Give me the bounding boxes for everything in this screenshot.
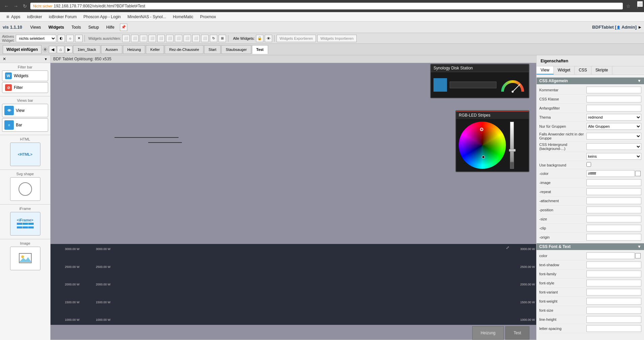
value-image[interactable] (586, 179, 641, 186)
tab-test[interactable]: Test (252, 45, 268, 54)
tab-keller[interactable]: Keller (146, 45, 164, 54)
css-allgemein-arrow[interactable]: ▼ (637, 79, 641, 83)
color-wheel-container[interactable] (456, 119, 529, 172)
test-nav-btn[interactable]: Test (505, 326, 529, 340)
value-color-bg[interactable] (586, 170, 641, 177)
input-font-color[interactable] (586, 252, 635, 259)
input-anfangsfilter[interactable] (586, 105, 641, 112)
select-css-hintergrund[interactable] (586, 143, 641, 150)
input-font-family[interactable] (586, 271, 641, 277)
menu-tools[interactable]: Tools (68, 24, 84, 31)
align-same-w[interactable]: ⬜ (192, 35, 200, 42)
input-font-style[interactable] (586, 280, 641, 286)
select-falls-anwender[interactable] (586, 133, 641, 140)
brightness-slider[interactable] (509, 122, 515, 169)
back-btn[interactable]: ← (3, 3, 10, 9)
select-keins[interactable]: keins (586, 153, 641, 160)
forward-btn[interactable]: → (12, 3, 20, 9)
input-font-variant[interactable] (586, 289, 641, 296)
star-icon[interactable]: ☆ (625, 3, 632, 9)
tb-btn-1[interactable]: ◐ (58, 35, 65, 42)
bookmark-proxmox[interactable]: Proxmox (197, 14, 219, 20)
value-font-style[interactable] (586, 280, 641, 286)
address-bar[interactable]: Nicht sicher 192.168.178.77:8082/vis/edi… (30, 3, 623, 9)
input-font-weight[interactable] (586, 298, 641, 305)
lock-btn[interactable]: 🔒 (256, 35, 263, 42)
value-font-color[interactable] (586, 252, 641, 259)
insert-widget-btn[interactable]: Widget einfügen (3, 45, 41, 54)
menu-views[interactable]: Views (27, 24, 44, 31)
brightness-thumb[interactable] (509, 149, 516, 152)
color-wheel-wrapper[interactable] (459, 122, 506, 169)
input-image[interactable] (586, 179, 641, 186)
bookmark-homematic[interactable]: HomeMatic (170, 14, 196, 20)
value-font-variant[interactable] (586, 289, 641, 296)
input-line-height[interactable] (586, 316, 641, 323)
view-view-btn[interactable]: 👁 View (2, 104, 48, 117)
tb-btn-3[interactable]: ✕ (75, 35, 83, 42)
color-selector-dot-2[interactable] (482, 155, 485, 159)
nav-next[interactable]: ▶ (65, 46, 72, 53)
bookmark-iobroker[interactable]: ioBroker (24, 14, 45, 20)
bookmark-iobroker-forum[interactable]: ioBroker Forum (46, 14, 79, 20)
bar-view-btn[interactable]: ≡ Bar (2, 118, 48, 132)
input-text-shadow[interactable] (586, 261, 641, 268)
align-center-v[interactable]: ⬜ (157, 35, 165, 42)
align-dist-v[interactable]: ⬜ (184, 35, 191, 42)
nav-prev[interactable]: ◀ (49, 46, 56, 53)
tab-aussen[interactable]: Aussen (101, 45, 122, 54)
input-letter-spacing[interactable] (586, 325, 641, 332)
value-kommentar[interactable] (586, 87, 641, 93)
active-widget-select[interactable]: nichts selektiert (16, 35, 56, 42)
color-swatch-bg[interactable] (635, 171, 641, 176)
canvas-content[interactable]: Synology Disk Station (51, 63, 536, 340)
filter-filter-btn[interactable]: ⊘ Filter (2, 82, 48, 93)
input-origin[interactable] (586, 234, 641, 241)
value-text-shadow[interactable] (586, 261, 641, 268)
tab-staubsauger[interactable]: Staubsauger (221, 45, 251, 54)
css-font-arrow[interactable]: ▼ (637, 244, 641, 249)
input-css-klasse[interactable] (586, 96, 641, 102)
align-extra[interactable]: ⊞ (219, 35, 226, 42)
nav-home[interactable]: ⌂ (57, 46, 64, 53)
props-tab-skripte[interactable]: Skripte (591, 66, 612, 74)
props-tab-css[interactable]: CSS (575, 66, 591, 74)
expand-icon[interactable]: ▶ (639, 25, 641, 29)
canvas-area[interactable]: BDF Tablet Opléisung: 850 x535 Synology … (51, 55, 536, 340)
svg-widget-btn[interactable]: ⬜ (10, 177, 40, 201)
iframe-widget-btn[interactable]: ⬜ <iFrame> (10, 212, 40, 236)
settings-icon[interactable]: ⚙ (43, 47, 47, 52)
rgb-widget[interactable]: RGB-LED Stripes (455, 110, 529, 172)
input-kommentar[interactable] (586, 87, 641, 93)
checkbox-use-background[interactable] (586, 162, 591, 167)
chart-widget[interactable]: 3000.00 W 2500.00 W 2000.00 W 1500.00 W … (51, 244, 536, 325)
tb-btn-2[interactable]: ○ (66, 35, 74, 42)
value-thema[interactable]: redmond (586, 114, 641, 121)
tab-start[interactable]: Start (204, 45, 221, 54)
input-position[interactable] (586, 207, 641, 213)
align-right[interactable]: ⬜ (140, 35, 147, 42)
pin-btn[interactable]: 📌 (120, 24, 127, 31)
input-repeat[interactable] (586, 188, 641, 195)
value-size[interactable] (586, 216, 641, 222)
html-widget-btn[interactable]: ⬜ <HTML> (10, 143, 40, 166)
value-font-weight[interactable] (586, 298, 641, 305)
export-btn[interactable]: Widgets Exportieren (277, 35, 316, 42)
value-use-background[interactable] (586, 162, 641, 168)
reload-btn[interactable]: ↻ (22, 3, 28, 9)
value-font-size[interactable] (586, 307, 641, 314)
value-clip[interactable] (586, 225, 641, 231)
sidebar-close[interactable]: ✕ (3, 57, 6, 61)
color-wheel-outer[interactable] (459, 122, 506, 169)
menu-hilfe[interactable]: Hilfe (103, 24, 118, 31)
input-attachment[interactable] (586, 197, 641, 204)
bookmark-minden[interactable]: MindenNAS - Synol... (125, 14, 169, 20)
value-position[interactable] (586, 207, 641, 213)
input-color-bg[interactable] (586, 170, 635, 177)
eye-btn[interactable]: 👁 (265, 35, 272, 42)
props-tab-view[interactable]: View (537, 66, 554, 74)
tab-1ten-stack[interactable]: 1ten_Stack (73, 45, 100, 54)
value-attachment[interactable] (586, 197, 641, 204)
align-bottom[interactable]: ⬜ (166, 35, 173, 42)
widgets-filter-btn[interactable]: W Widgets (2, 70, 48, 81)
